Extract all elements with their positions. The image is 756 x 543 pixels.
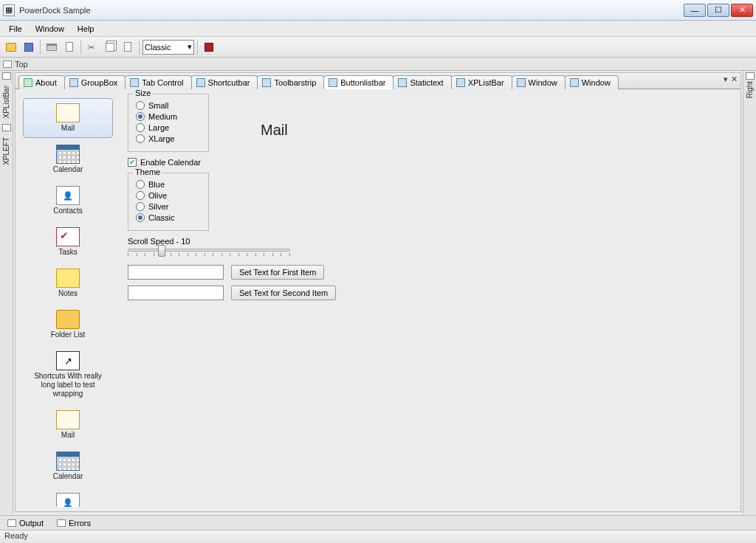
radio-label: Olive — [148, 191, 167, 200]
list-item-folderlist[interactable]: Folder List — [23, 305, 113, 345]
window-icon — [517, 78, 526, 87]
document-host: About GroupBox Tab Control Shortcutbar T… — [15, 72, 741, 512]
tabs-dropdown-icon[interactable]: ▾ — [724, 75, 728, 84]
radio-medium[interactable]: Medium — [136, 112, 201, 121]
print-button[interactable] — [44, 39, 60, 55]
radio-xlarge[interactable]: XLarge — [136, 134, 201, 143]
list-item-calendar-2[interactable]: Calendar — [23, 446, 113, 486]
button-list-bar[interactable]: Mail Calendar 👤Contacts Tasks Notes Fold… — [20, 94, 116, 507]
set-second-item-button[interactable]: Set Text for Second Item — [231, 286, 336, 300]
list-item-label: Contacts — [53, 207, 82, 215]
dock-icon — [2, 72, 11, 80]
scroll-speed-slider: Scroll Speed - 10 — [128, 237, 290, 256]
left-tab-xplistbar[interactable]: XPListBar — [1, 84, 11, 120]
mail-icon — [56, 103, 80, 122]
style-combo[interactable]: Classic ▾ — [142, 40, 194, 55]
tab-window-1[interactable]: Window — [512, 75, 566, 89]
menu-bar: File Window Help — [0, 21, 756, 37]
tab-groupbox[interactable]: GroupBox — [64, 75, 126, 89]
first-item-input[interactable] — [128, 265, 224, 280]
radio-label: Small — [148, 101, 169, 110]
tab-label: XPListBar — [468, 78, 504, 87]
list-item-notes[interactable]: Notes — [23, 263, 113, 303]
list-item-label: Folder List — [51, 331, 86, 339]
save-button[interactable] — [21, 39, 37, 55]
radio-classic[interactable]: Classic — [136, 213, 201, 222]
form-icon — [69, 78, 78, 87]
open-icon — [6, 43, 16, 52]
toolbar-separator — [197, 40, 198, 55]
radio-label: Classic — [148, 213, 174, 222]
paste-button[interactable] — [61, 39, 78, 55]
radio-large[interactable]: Large — [136, 123, 201, 132]
form-icon — [130, 78, 139, 87]
list-item-contacts[interactable]: 👤Contacts — [23, 181, 113, 221]
groupbox-title: Size — [133, 89, 153, 97]
tabs-close-icon[interactable]: ✕ — [731, 75, 738, 84]
list-item-contacts-2[interactable]: 👤Contacts — [23, 488, 113, 507]
list-item-calendar[interactable]: Calendar — [23, 139, 113, 179]
document-body: Mail Calendar 👤Contacts Tasks Notes Fold… — [16, 89, 740, 511]
slider-ticks — [128, 253, 290, 256]
radio-blue[interactable]: Blue — [136, 180, 201, 189]
tab-tabcontrol[interactable]: Tab Control — [125, 75, 191, 89]
app-icon: ▦ — [3, 4, 15, 16]
right-tab[interactable]: Right — [745, 80, 755, 100]
minimize-button[interactable]: — — [684, 4, 706, 17]
panel-icon — [7, 519, 16, 527]
list-item-mail-2[interactable]: Mail — [23, 405, 113, 445]
close-button[interactable]: ✕ — [731, 4, 753, 17]
tab-statictext[interactable]: Statictext — [393, 75, 451, 89]
first-item-row: Set Text for First Item — [128, 265, 733, 280]
form-icon — [262, 78, 271, 87]
menu-help[interactable]: Help — [72, 23, 100, 35]
combo-value: Classic — [145, 43, 171, 52]
menu-file[interactable]: File — [3, 23, 28, 35]
tab-about[interactable]: About — [18, 75, 65, 89]
radio-label: Large — [148, 123, 169, 132]
top-dock-label[interactable]: Top — [15, 60, 28, 69]
radio-olive[interactable]: Olive — [136, 191, 201, 200]
slider-label: Scroll Speed - 10 — [128, 237, 290, 246]
radio-silver[interactable]: Silver — [136, 202, 201, 211]
slider-thumb[interactable] — [158, 245, 165, 257]
mail-icon — [56, 410, 80, 429]
maximize-button[interactable]: ☐ — [707, 4, 729, 17]
list-item-shortcuts[interactable]: ↗Shortcuts With really long label to tes… — [23, 346, 113, 404]
set-first-item-button[interactable]: Set Text for First Item — [231, 265, 324, 280]
list-item-mail[interactable]: Mail — [23, 98, 113, 138]
copy-button[interactable] — [102, 39, 118, 55]
bottom-tab-errors[interactable]: Errors — [52, 517, 95, 529]
exit-button[interactable] — [201, 39, 217, 55]
tab-shortcutbar[interactable]: Shortcutbar — [191, 75, 258, 89]
open-button[interactable] — [3, 39, 19, 55]
tab-xplistbar[interactable]: XPListBar — [451, 75, 512, 89]
tab-label: Statictext — [410, 78, 443, 87]
tab-label: Shortcutbar — [208, 78, 250, 87]
list-item-label: Calendar — [53, 165, 83, 174]
cut-button[interactable]: ✂ — [84, 39, 100, 55]
tab-window-2[interactable]: Window — [565, 75, 619, 89]
status-text: Ready — [4, 531, 28, 540]
right-dock-strip: Right — [743, 71, 756, 513]
form-icon — [329, 78, 337, 87]
bottom-tab-output[interactable]: Output — [3, 517, 48, 529]
radio-small[interactable]: Small — [136, 101, 201, 110]
tab-toolbarstrip[interactable]: Toolbarstrip — [257, 75, 324, 89]
slider-track[interactable] — [128, 249, 290, 252]
left-tab-xpleft[interactable]: XPLEFT — [1, 136, 11, 167]
menu-window[interactable]: Window — [30, 23, 70, 35]
tab-label: Errors — [69, 519, 91, 528]
list-item-label: Mail — [61, 431, 75, 440]
radio-label: Silver — [148, 202, 169, 211]
checkbox-icon — [128, 158, 137, 167]
second-item-input[interactable] — [128, 286, 224, 300]
second-item-row: Set Text for Second Item — [128, 286, 733, 300]
save-icon — [24, 43, 33, 52]
dock-icon — [3, 60, 12, 68]
list-item-label: Tasks — [58, 248, 78, 257]
paste-button-2[interactable] — [120, 39, 136, 55]
list-item-tasks[interactable]: Tasks — [23, 222, 113, 262]
enable-calendar-checkbox[interactable]: Enable Calendar — [128, 158, 209, 167]
tab-buttonlistbar[interactable]: Buttonlistbar — [323, 75, 394, 89]
